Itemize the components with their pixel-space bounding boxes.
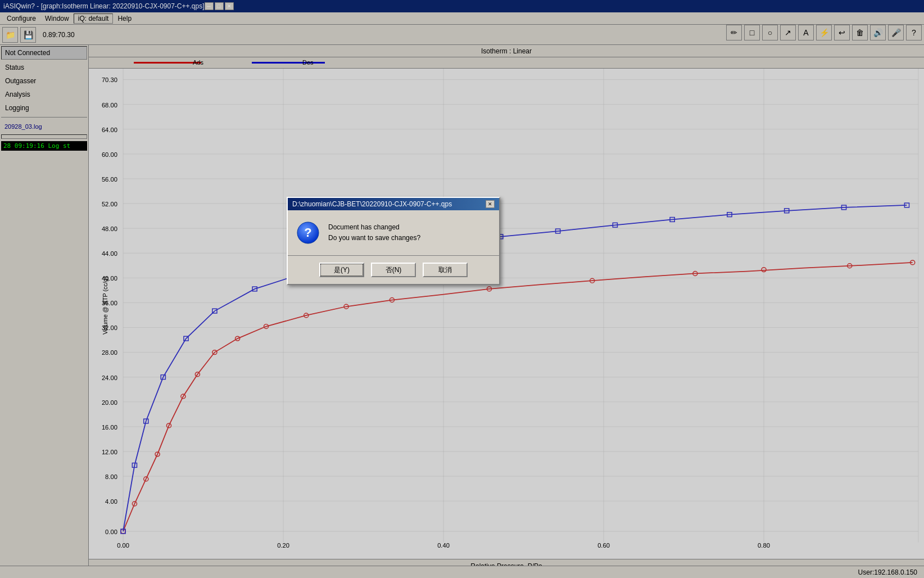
dialog-titlebar: D:\zhuomian\CJB-BET\20220910-CJX-0907-C+… <box>288 198 499 210</box>
dialog-text: Document has changed Do you want to save… <box>328 222 420 243</box>
svg-text:?: ? <box>304 225 311 240</box>
dialog-overlay: D:\zhuomian\CJB-BET\20220910-CJX-0907-C+… <box>0 0 924 578</box>
dialog-buttons: 是(Y) 否(N) 取消 <box>288 255 499 284</box>
save-dialog: D:\zhuomian\CJB-BET\20220910-CJX-0907-C+… <box>287 197 500 285</box>
no-button[interactable]: 否(N) <box>371 263 416 277</box>
dialog-message-line1: Document has changed <box>328 222 420 233</box>
dialog-message-line2: Do you want to save changes? <box>328 233 420 243</box>
question-icon: ? <box>297 222 319 244</box>
cancel-button[interactable]: 取消 <box>423 263 468 277</box>
dialog-title: D:\zhuomian\CJB-BET\20220910-CJX-0907-C+… <box>292 200 452 208</box>
yes-button[interactable]: 是(Y) <box>319 263 364 277</box>
dialog-close-button[interactable]: ✕ <box>486 200 495 208</box>
dialog-body: ? Document has changed Do you want to sa… <box>288 210 499 255</box>
